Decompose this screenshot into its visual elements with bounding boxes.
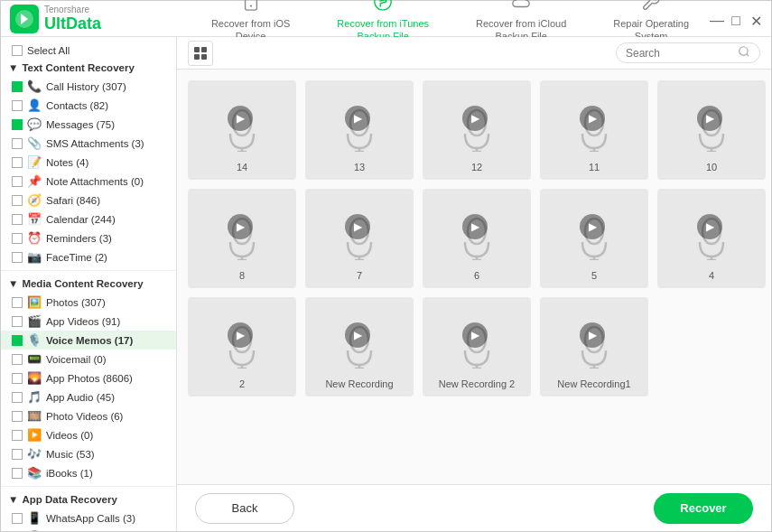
- sidebar-item-voicemail[interactable]: 📟 Voicemail (0): [1, 350, 176, 369]
- safari-checkbox[interactable]: [12, 195, 23, 206]
- app-photos-checkbox[interactable]: [12, 373, 23, 384]
- music-checkbox[interactable]: [12, 449, 23, 460]
- sidebar-item-safari[interactable]: 🧭 Safari (846): [1, 191, 176, 210]
- play-button-new-recording[interactable]: ▶: [345, 322, 370, 348]
- select-all-checkbox[interactable]: [12, 45, 23, 56]
- select-all-label: Select All: [27, 45, 70, 56]
- app-videos-checkbox[interactable]: [12, 316, 23, 327]
- grid-item-8[interactable]: ▶ 8: [188, 189, 296, 288]
- play-button-14[interactable]: ▶: [228, 106, 253, 131]
- app-videos-label: App Videos (91): [46, 316, 120, 327]
- sidebar-item-calendar[interactable]: 📅 Calendar (244): [1, 210, 176, 229]
- sidebar-item-ibooks[interactable]: 📚 iBooks (1): [1, 463, 176, 482]
- search-input[interactable]: [626, 47, 734, 60]
- calendar-checkbox[interactable]: [12, 214, 23, 225]
- item-label-new-recording-2: New Recording 2: [423, 378, 531, 389]
- minimize-button[interactable]: —: [710, 13, 722, 25]
- media-recovery-header[interactable]: ▼ Media Content Recovery: [1, 275, 176, 293]
- sidebar-item-app-videos[interactable]: 🎬 App Videos (91): [1, 312, 176, 331]
- app-photos-label: App Photos (8606): [46, 373, 133, 384]
- sidebar-item-reminders[interactable]: ⏰ Reminders (3): [1, 229, 176, 247]
- messages-label: Messages (75): [46, 119, 115, 130]
- grid-item-new-recording-2[interactable]: ▶ New Recording 2: [423, 297, 531, 397]
- sidebar-item-sms-attachments[interactable]: 📎 SMS Attachments (3): [1, 134, 176, 153]
- sidebar-item-contacts[interactable]: 👤 Contacts (82): [1, 96, 176, 115]
- sidebar-item-facetime[interactable]: 📷 FaceTime (2): [1, 247, 176, 266]
- sidebar-item-call-history[interactable]: 📞 Call History (307): [1, 77, 176, 96]
- note-attachments-checkbox[interactable]: [12, 176, 23, 187]
- grid-item-7[interactable]: ▶ 7: [305, 189, 414, 288]
- recover-button[interactable]: Recover: [654, 493, 753, 524]
- grid-item-new-recording[interactable]: ▶ New Recording: [305, 297, 414, 397]
- ibooks-checkbox[interactable]: [12, 468, 23, 479]
- grid-item-12[interactable]: ▶ 12: [423, 80, 531, 180]
- sidebar-item-voice-memos[interactable]: 🎙️ Voice Memos (17): [1, 331, 176, 350]
- sidebar-item-whatsapp-calls[interactable]: 📱 WhatsApp Calls (3): [1, 509, 176, 527]
- play-button-10[interactable]: ▶: [697, 106, 722, 131]
- play-button-4[interactable]: ▶: [697, 214, 722, 239]
- play-button-12[interactable]: ▶: [462, 106, 488, 131]
- whatsapp-calls-checkbox[interactable]: [12, 513, 23, 524]
- grid-item-11[interactable]: ▶ 11: [540, 80, 648, 180]
- reminders-checkbox[interactable]: [12, 233, 23, 244]
- notes-checkbox[interactable]: [12, 157, 23, 168]
- item-label-new-recording1: New Recording1: [540, 378, 648, 389]
- item-label-11: 11: [540, 162, 648, 173]
- sidebar-item-music[interactable]: 🎶 Music (53): [1, 444, 176, 463]
- photos-checkbox[interactable]: [12, 297, 23, 308]
- sidebar-item-note-attachments[interactable]: 📌 Note Attachments (0): [1, 172, 176, 191]
- item-label-4: 4: [657, 270, 766, 281]
- repair-icon: [641, 0, 661, 14]
- grid-item-4[interactable]: ▶ 4: [657, 189, 766, 288]
- sidebar-item-photo-videos[interactable]: 🎞️ Photo Videos (6): [1, 406, 176, 425]
- call-history-checkbox[interactable]: [12, 81, 23, 92]
- voicemail-label: Voicemail (0): [46, 354, 106, 365]
- videos-checkbox[interactable]: [12, 430, 23, 441]
- voicemail-checkbox[interactable]: [12, 354, 23, 365]
- play-button-13[interactable]: ▶: [345, 106, 370, 131]
- select-all-item[interactable]: Select All: [1, 42, 176, 59]
- sidebar-item-messages[interactable]: 💬 Messages (75): [1, 115, 176, 134]
- app-audio-checkbox[interactable]: [12, 392, 23, 403]
- facetime-checkbox[interactable]: [12, 252, 23, 263]
- app-data-recovery-header[interactable]: ▼ App Data Recovery: [1, 490, 176, 509]
- play-button-new-recording1[interactable]: ▶: [580, 322, 605, 348]
- close-button[interactable]: ✕: [749, 13, 762, 25]
- svg-rect-6: [194, 54, 200, 60]
- sidebar-item-app-photos[interactable]: 🌄 App Photos (8606): [1, 369, 176, 387]
- grid-view-button[interactable]: [188, 41, 213, 66]
- item-label-8: 8: [188, 270, 296, 281]
- sms-attachments-icon: 📎: [27, 136, 42, 150]
- play-button-11[interactable]: ▶: [580, 106, 605, 131]
- grid-item-5[interactable]: ▶ 5: [540, 189, 648, 288]
- grid-item-14[interactable]: ▶ 14: [188, 80, 296, 180]
- sidebar-item-photos[interactable]: 🖼️ Photos (307): [1, 293, 176, 312]
- play-button-7[interactable]: ▶: [345, 214, 370, 239]
- bottom-bar: Back Recover: [177, 484, 771, 531]
- grid-item-new-recording1[interactable]: ▶ New Recording1: [540, 297, 648, 397]
- grid-item-6[interactable]: ▶ 6: [423, 189, 531, 288]
- play-button-2[interactable]: ▶: [228, 322, 253, 348]
- sidebar-item-app-audio[interactable]: 🎵 App Audio (45): [1, 387, 176, 406]
- sidebar-item-notes[interactable]: 📝 Notes (4): [1, 153, 176, 172]
- item-label-13: 13: [305, 162, 414, 173]
- contacts-checkbox[interactable]: [12, 100, 23, 111]
- sidebar-item-videos[interactable]: ▶️ Videos (0): [1, 425, 176, 444]
- text-recovery-header[interactable]: ▼ Text Content Recovery: [1, 59, 176, 77]
- back-button[interactable]: Back: [195, 493, 294, 524]
- play-button-5[interactable]: ▶: [580, 214, 605, 239]
- sidebar-item-whatsapp-messages[interactable]: 💬 WhatsApp Messages (3): [1, 527, 176, 531]
- messages-checkbox[interactable]: [12, 119, 23, 130]
- grid-item-10[interactable]: ▶ 10: [657, 80, 766, 180]
- sms-attachments-checkbox[interactable]: [12, 138, 23, 149]
- grid-item-13[interactable]: ▶ 13: [305, 80, 414, 180]
- play-button-6[interactable]: ▶: [462, 214, 488, 239]
- whatsapp-messages-icon: 💬: [27, 530, 42, 531]
- maximize-button[interactable]: □: [730, 13, 742, 25]
- voice-memos-checkbox[interactable]: [12, 335, 23, 346]
- grid-item-2[interactable]: ▶ 2: [188, 297, 296, 397]
- play-button-8[interactable]: ▶: [228, 214, 253, 239]
- photo-videos-checkbox[interactable]: [12, 411, 23, 422]
- play-button-new-recording-2[interactable]: ▶: [462, 322, 488, 348]
- content-area: ▶ 14 ▶ 13: [177, 37, 771, 531]
